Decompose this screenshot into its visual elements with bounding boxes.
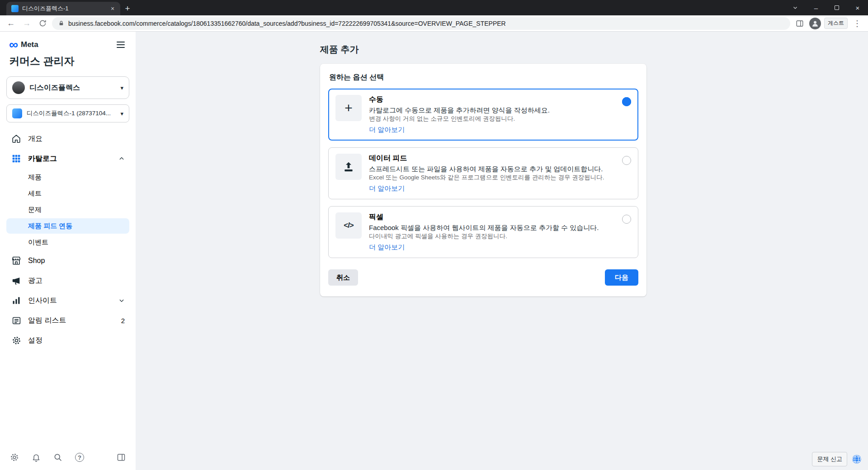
sidebar-item-products[interactable]: 제품 [6,169,129,185]
code-icon: </> [335,212,362,239]
chevron-up-icon [118,155,125,162]
option-title: 픽셀 [369,212,615,222]
address-bar[interactable]: business.facebook.com/commerce/catalogs/… [52,17,790,30]
option-note: 다이내믹 광고에 픽셀을 사용하는 경우 권장됩니다. [369,232,615,240]
browser-toolbar: ← → business.facebook.com/commerce/catal… [0,15,868,32]
catalog-avatar [12,108,22,118]
cancel-button[interactable]: 취소 [328,269,358,286]
card-footer: 취소 다음 [320,265,646,295]
learn-more-link[interactable]: 더 알아보기 [369,184,405,192]
option-description: 스프레드시트 또는 파일을 사용하여 제품을 자동으로 추가 및 업데이트합니다… [369,164,615,174]
main-content: 제품 추가 원하는 옵션 선택 + 수동 카탈로그에 수동으로 제품을 추가하려… [136,32,868,470]
radio-pixel[interactable] [622,215,631,224]
footer-gear-icon[interactable] [10,453,19,462]
card-title: 원하는 옵션 선택 [320,64,646,89]
grid-icon [11,154,22,163]
lock-icon [58,20,64,26]
sidebar-menu: 개요 카탈로그 제품 세트 문제 제품 피드 연동 이벤트 [6,129,129,350]
person-icon [811,19,819,28]
sidebar: ∞ Meta 커머스 관리자 디스이즈플렉스 ▾ 디스이즈플렉스-1 (2873… [0,32,136,470]
learn-more-link[interactable]: 더 알아보기 [369,126,405,133]
business-avatar [12,81,25,94]
meta-infinity-icon: ∞ [9,40,18,49]
sidebar-item-events[interactable]: 이벤트 [6,235,129,250]
home-icon [11,134,22,144]
sidebar-item-catalog[interactable]: 카탈로그 [6,149,129,169]
window-close-button[interactable]: × [847,0,868,15]
sidebar-item-overview[interactable]: 개요 [6,129,129,149]
sidebar-item-issues[interactable]: 문제 [6,202,129,217]
option-description: 카탈로그에 수동으로 제품을 추가하려면 양식을 작성하세요. [369,106,615,115]
option-pixel[interactable]: </> 픽셀 Facebook 픽셀을 사용하여 웹사이트의 제품을 자동으로 … [328,206,638,258]
back-button[interactable]: ← [5,17,17,30]
sidebar-item-shop[interactable]: Shop [6,251,129,271]
profile-name-chip[interactable]: 게스트 [824,18,848,29]
option-description: Facebook 픽셀을 사용하여 웹사이트의 제품을 자동으로 추가할 수 있… [369,223,615,232]
catalog-selector[interactable]: 디스이즈플렉스-1 (28737104... ▾ [6,104,129,122]
next-button[interactable]: 다음 [605,269,638,286]
window-menu-chevron-icon[interactable] [785,0,806,15]
learn-more-link[interactable]: 더 알아보기 [369,243,405,251]
globe-icon[interactable] [852,454,862,464]
business-name: 디스이즈플렉스 [29,83,80,93]
option-data-feed[interactable]: 데이터 피드 스프레드시트 또는 파일을 사용하여 제품을 자동으로 추가 및 … [328,147,638,199]
hamburger-menu-icon[interactable] [115,40,127,50]
side-panel-button[interactable] [793,17,806,30]
maximize-icon [835,5,839,10]
report-problem-button[interactable]: 문제 신고 [812,452,847,466]
option-title: 수동 [369,95,615,104]
option-manual[interactable]: + 수동 카탈로그에 수동으로 제품을 추가하려면 양식을 작성하세요. 변경 … [328,89,638,141]
bell-icon[interactable] [32,453,41,462]
business-selector[interactable]: 디스이즈플렉스 ▾ [6,76,129,99]
storefront-icon [11,256,22,266]
meta-wordmark: Meta [21,40,38,49]
search-icon[interactable] [53,453,62,462]
caret-down-icon: ▾ [120,85,123,91]
sidebar-item-sets[interactable]: 세트 [6,186,129,201]
megaphone-icon [11,276,22,286]
page-corner: 문제 신고 [812,452,862,466]
upload-icon [335,154,362,180]
gear-icon [11,336,22,345]
sidebar-item-settings[interactable]: 설정 [6,330,129,350]
window-controls: – × [785,0,868,15]
option-note: 변경 사항이 거의 없는 소규모 인벤토리에 권장됩니다. [369,115,615,123]
page-title: 제품 추가 [320,43,868,56]
sidebar-footer: ? [0,445,136,470]
url-text: business.facebook.com/commerce/catalogs/… [68,20,506,27]
list-icon [11,316,22,325]
tab-title: 디스이즈플렉스-1 [22,5,105,13]
sidebar-item-product-feed[interactable]: 제품 피드 연동 [6,218,129,234]
window-maximize-button[interactable] [826,0,847,15]
chevron-down-icon [118,297,125,304]
bar-chart-icon [11,296,22,305]
app-title: 커머스 관리자 [9,54,127,68]
option-note: Excel 또는 Google Sheets와 같은 프로그램으로 인벤토리를 … [369,174,615,182]
caret-down-icon: ▾ [120,110,123,117]
meta-logo: ∞ Meta [9,40,38,49]
browser-titlebar: 디스이즈플렉스-1 × + – × [0,0,868,15]
window-minimize-button[interactable]: – [806,0,826,15]
help-icon[interactable]: ? [75,453,84,462]
reload-button[interactable] [36,17,49,30]
sidebar-item-ads[interactable]: 광고 [6,271,129,291]
profile-avatar[interactable] [809,18,821,29]
tab-close-icon[interactable]: × [108,5,117,13]
forward-button[interactable]: → [20,17,33,30]
option-title: 데이터 피드 [369,154,615,163]
catalog-submenu: 제품 세트 문제 제품 피드 연동 이벤트 [6,169,129,250]
new-tab-button[interactable]: + [120,2,135,15]
browser-menu-button[interactable]: ⋮ [851,17,863,30]
radio-data-feed[interactable] [622,156,631,165]
sidebar-item-insights[interactable]: 인사이트 [6,291,129,310]
options-card: 원하는 옵션 선택 + 수동 카탈로그에 수동으로 제품을 추가하려면 양식을 … [320,64,646,296]
sidebar-item-notifications[interactable]: 알림 리스트 2 [6,310,129,330]
collapse-panel-icon[interactable] [117,453,126,462]
catalog-name: 디스이즈플렉스-1 (28737104... [27,109,111,118]
tab-favicon-icon [11,5,19,12]
browser-tab[interactable]: 디스이즈플렉스-1 × [6,2,120,15]
notification-count-badge: 2 [121,317,125,324]
radio-manual[interactable] [622,97,631,106]
plus-icon: + [335,95,362,121]
